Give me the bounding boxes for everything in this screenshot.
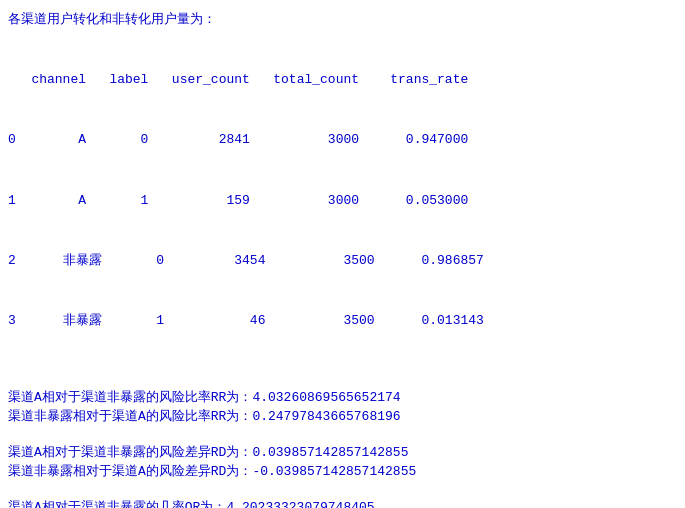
stat-line: 渠道A相对于渠道非暴露的几率OR为：4.20233323079748405	[8, 498, 677, 508]
stats-section-1: 渠道A相对于渠道非暴露的风险差异RD为：0.039857142857142855…	[8, 443, 677, 482]
stat-line: 渠道A相对于渠道非暴露的风险比率RR为：4.03260869565652174	[8, 388, 677, 408]
stats-section-2: 渠道A相对于渠道非暴露的几率OR为：4.20233323079748405渠道非…	[8, 498, 677, 508]
table-row: 0 A 0 2841 3000 0.947000	[8, 130, 677, 150]
table-section: channel label user_count total_count tra…	[8, 30, 677, 372]
table-row: 3 非暴露 1 46 3500 0.013143	[8, 311, 677, 331]
stat-line: 渠道A相对于渠道非暴露的风险差异RD为：0.039857142857142855	[8, 443, 677, 463]
stat-line: 渠道非暴露相对于渠道A的风险比率RR为：0.24797843665768196	[8, 407, 677, 427]
table-header: channel label user_count total_count tra…	[8, 70, 677, 90]
table-row: 1 A 1 159 3000 0.053000	[8, 191, 677, 211]
section-gap	[8, 488, 677, 498]
stat-line: 渠道非暴露相对于渠道A的风险差异RD为：-0.03985714285714285…	[8, 462, 677, 482]
section-gap	[8, 433, 677, 443]
main-container: 各渠道用户转化和非转化用户量为： channel label user_coun…	[8, 10, 677, 508]
intro-label: 各渠道用户转化和非转化用户量为：	[8, 10, 677, 30]
stats-sections: 渠道A相对于渠道非暴露的风险比率RR为：4.03260869565652174渠…	[8, 388, 677, 508]
stats-section-0: 渠道A相对于渠道非暴露的风险比率RR为：4.03260869565652174渠…	[8, 388, 677, 427]
table-row: 2 非暴露 0 3454 3500 0.986857	[8, 251, 677, 271]
